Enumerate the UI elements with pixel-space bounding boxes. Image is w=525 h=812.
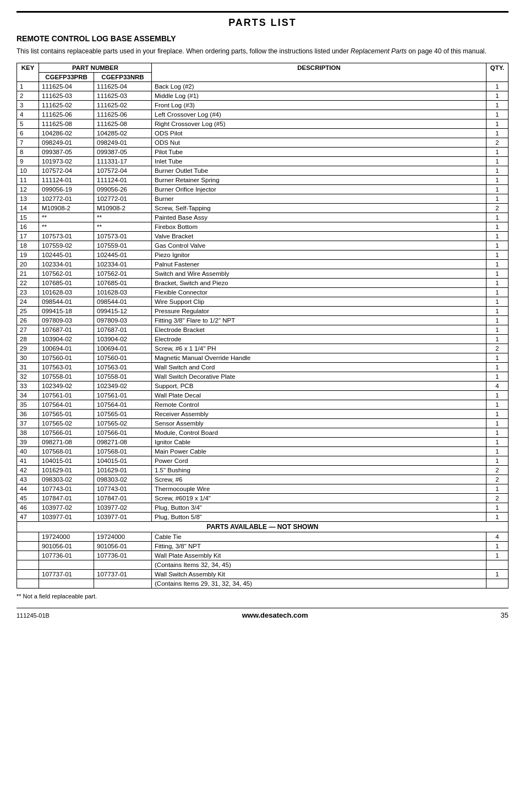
- cell-key: 43: [17, 475, 39, 484]
- cell-key: 21: [17, 269, 39, 279]
- cell-description: ODS Nut: [152, 138, 486, 148]
- cell-qty: 1: [486, 542, 508, 551]
- cell-description: Plug, Button 5/8": [152, 513, 486, 522]
- table-row: 38 107566-01 107566-01 Module, Control B…: [17, 428, 508, 438]
- cell-description: Burner Retainer Spring: [152, 176, 486, 185]
- cell-qty: [486, 560, 508, 570]
- cell-cgefp33nrb: 098544-01: [94, 297, 152, 307]
- table-row: 33 102349-02 102349-02 Support, PCB 4: [17, 382, 508, 391]
- table-row: 42 101629-01 101629-01 1.5" Bushing 2: [17, 466, 508, 475]
- table-row: 20 102334-01 102334-01 Palnut Fastener 1: [17, 260, 508, 269]
- cell-key: [17, 560, 39, 570]
- table-row: 27 107687-01 107687-01 Electrode Bracket…: [17, 325, 508, 335]
- cell-qty: 2: [486, 494, 508, 503]
- cell-key: [17, 551, 39, 560]
- col-header-part-number: PART NUMBER: [39, 63, 152, 73]
- cell-description: Fitting 3/8" Flare to 1/2" NPT: [152, 316, 486, 325]
- cell-cgefp33nrb: 107565-01: [94, 410, 152, 419]
- cell-description: Wall Switch and Cord: [152, 363, 486, 372]
- cell-qty: 1: [486, 288, 508, 297]
- cell-cgefp33prb: 111625-04: [39, 82, 94, 91]
- col-header-cgefp33nrb: CGEFP33NRB: [94, 73, 152, 82]
- cell-description: Right Crossover Log (#5): [152, 119, 486, 129]
- cell-cgefp33nrb: 103904-02: [94, 335, 152, 344]
- cell-qty: 1: [486, 185, 508, 194]
- col-header-cgefp33prb: CGEFP33PRB: [39, 73, 94, 82]
- cell-cgefp33prb: 102445-01: [39, 250, 94, 260]
- table-row: 22 107685-01 107685-01 Bracket, Switch a…: [17, 279, 508, 288]
- cell-cgefp33nrb: 111124-01: [94, 176, 152, 185]
- cell-cgefp33prb: 097809-03: [39, 316, 94, 325]
- cell-cgefp33prb: 104015-01: [39, 456, 94, 466]
- cell-cgefp33prb: 101628-03: [39, 288, 94, 297]
- cell-key: 7: [17, 138, 39, 148]
- intro-text: This list contains replaceable parts use…: [17, 46, 508, 56]
- cell-key: 28: [17, 335, 39, 344]
- cell-description: Fitting, 3/8" NPT: [152, 542, 486, 551]
- cell-cgefp33nrb: 111331-17: [94, 157, 152, 166]
- cell-cgefp33prb: 107736-01: [39, 551, 94, 560]
- cell-cgefp33prb: 111625-06: [39, 110, 94, 119]
- cell-description: Left Crossover Log (#4): [152, 110, 486, 119]
- table-body: 1 111625-04 111625-04 Back Log (#2) 1 2 …: [17, 82, 508, 522]
- table-row: 14 M10908-2 M10908-2 Screw, Self-Tapping…: [17, 204, 508, 213]
- cell-cgefp33nrb: 104015-01: [94, 456, 152, 466]
- cell-key: 42: [17, 466, 39, 475]
- footer-page: 35: [501, 611, 508, 619]
- cell-cgefp33prb: 107558-01: [39, 372, 94, 382]
- table-row: 28 103904-02 103904-02 Electrode 1: [17, 335, 508, 344]
- cell-cgefp33prb: 107563-01: [39, 363, 94, 372]
- cell-cgefp33nrb: 103977-02: [94, 503, 152, 513]
- cell-key: 9: [17, 157, 39, 166]
- cell-key: 35: [17, 400, 39, 410]
- parts-available-row: 107737-01 107737-01 Wall Switch Assembly…: [17, 570, 508, 579]
- cell-cgefp33nrb: 107573-01: [94, 232, 152, 241]
- table-row: 46 103977-02 103977-02 Plug, Button 3/4"…: [17, 503, 508, 513]
- table-row: 26 097809-03 097809-03 Fitting 3/8" Flar…: [17, 316, 508, 325]
- table-row: 37 107565-02 107565-02 Sensor Assembly 1: [17, 419, 508, 428]
- cell-cgefp33prb: 102334-01: [39, 260, 94, 269]
- cell-description: Screw, #6: [152, 475, 486, 484]
- cell-qty: 1: [486, 148, 508, 157]
- cell-description: (Contains Items 29, 31, 32, 34, 45): [152, 579, 486, 588]
- cell-cgefp33prb: 107565-02: [39, 419, 94, 428]
- cell-cgefp33nrb: 111625-03: [94, 91, 152, 101]
- cell-qty: 1: [486, 335, 508, 344]
- cell-qty: 1: [486, 241, 508, 250]
- table-row: 45 107847-01 107847-01 Screw, #6019 x 1/…: [17, 494, 508, 503]
- cell-qty: 4: [486, 532, 508, 542]
- cell-description: Ignitor Cable: [152, 438, 486, 447]
- cell-qty: 1: [486, 307, 508, 316]
- cell-qty: 1: [486, 213, 508, 222]
- cell-cgefp33prb: 099415-18: [39, 307, 94, 316]
- cell-qty: 1: [486, 372, 508, 382]
- intro-text-before: This list contains replaceable parts use…: [17, 47, 351, 55]
- table-row: 36 107565-01 107565-01 Receiver Assembly…: [17, 410, 508, 419]
- cell-qty: 2: [486, 138, 508, 148]
- cell-cgefp33nrb: **: [94, 222, 152, 232]
- cell-cgefp33prb: 104286-02: [39, 129, 94, 138]
- cell-qty: 1: [486, 513, 508, 522]
- cell-description: Electrode Bracket: [152, 325, 486, 335]
- cell-cgefp33nrb: 102445-01: [94, 250, 152, 260]
- cell-qty: 1: [486, 119, 508, 129]
- intro-text-after: on page 40 of this manual.: [407, 47, 486, 55]
- cell-qty: 1: [486, 316, 508, 325]
- cell-key: 15: [17, 213, 39, 222]
- cell-description: Wall Plate Assembly Kit: [152, 551, 486, 560]
- table-row: 43 098303-02 098303-02 Screw, #6 2: [17, 475, 508, 484]
- table-row: 29 100694-01 100694-01 Screw, #6 x 1 1/4…: [17, 344, 508, 353]
- cell-description: Firebox Bottom: [152, 222, 486, 232]
- table-row: 12 099056-19 099056-26 Burner Orifice In…: [17, 185, 508, 194]
- cell-description: Remote Control: [152, 400, 486, 410]
- parts-available-row: 19724000 19724000 Cable Tie 4: [17, 532, 508, 542]
- cell-cgefp33nrb: 102772-01: [94, 194, 152, 204]
- cell-cgefp33prb: 107562-01: [39, 269, 94, 279]
- table-row: 35 107564-01 107564-01 Remote Control 1: [17, 400, 508, 410]
- cell-cgefp33prb: 098303-02: [39, 475, 94, 484]
- cell-key: 13: [17, 194, 39, 204]
- cell-cgefp33prb: 098544-01: [39, 297, 94, 307]
- cell-description: Burner: [152, 194, 486, 204]
- cell-description: Main Power Cable: [152, 447, 486, 456]
- table-row: 10 107572-04 107572-04 Burner Outlet Tub…: [17, 166, 508, 176]
